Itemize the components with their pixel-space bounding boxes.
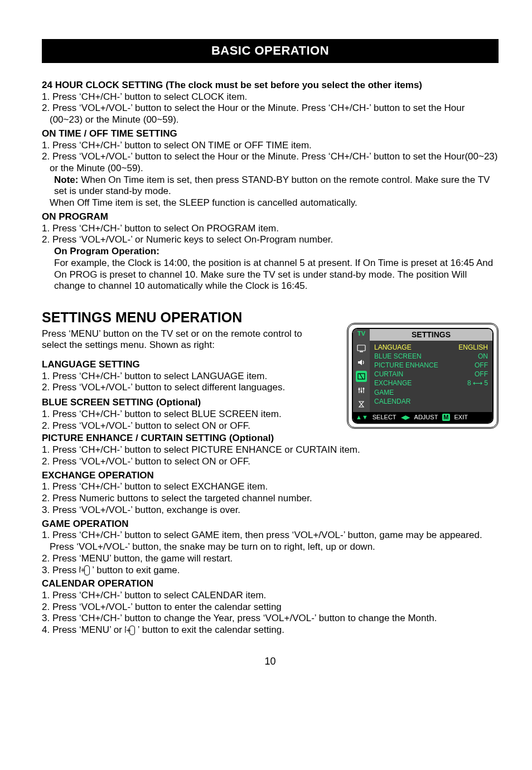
onprog-step1: 1. Press ‘CH+/CH-’ button to select On P… — [42, 223, 499, 235]
cal-step2: 2. Press ‘VOL+/VOL-’ button to enter the… — [42, 602, 499, 613]
ontime-step1: 1. Press ‘CH+/CH-’ button to select ON T… — [42, 140, 499, 152]
leftright-icon: ◀▶ — [401, 414, 410, 421]
pic-step1: 1. Press ‘CH+/CH-’ button to select PICT… — [42, 444, 499, 456]
osd-row-bluescreen: BLUE SCREENON — [374, 352, 488, 361]
pic-heading: PICTURE ENHANCE / CURTAIN SETTING (Optio… — [42, 433, 499, 444]
ontime-note: Note: When On Time item is set, then pre… — [42, 175, 499, 197]
game-step2: 2. Press ‘MENU’ button, the game will re… — [42, 553, 499, 565]
note-label: Note: — [54, 175, 78, 185]
osd-row-curtain: CURTAINOFF — [374, 370, 488, 379]
clock-step2: 2. Press ‘VOL+/VOL-’ button to select th… — [42, 103, 499, 125]
svg-rect-1 — [360, 351, 363, 352]
ontime-note2: When Off Time item is set, the SLEEP fun… — [42, 197, 499, 209]
ontime-step2: 2. Press ‘VOL+/VOL-’ button to select th… — [42, 151, 499, 174]
picture-icon — [356, 343, 367, 354]
osd-foot-select: SELECT — [373, 414, 396, 421]
svg-rect-0 — [357, 345, 365, 351]
osd-tv-label: TV — [353, 329, 370, 341]
osd-row-game: GAME — [374, 388, 488, 397]
onprog-heading: ON PROGRAM — [42, 211, 499, 223]
cal-step3: 3. Press ‘CH+/CH-’ button to change the … — [42, 613, 499, 624]
osd-menu-list: LANGUAGEENGLISH BLUE SCREENON PICTURE EN… — [370, 341, 492, 412]
cal-heading: CALENDAR OPERATION — [42, 578, 499, 590]
svg-point-7 — [361, 390, 362, 392]
onprog-body: For example, the Clock is 14:00, the pos… — [42, 258, 499, 292]
section-title-bar: BASIC OPERATION — [42, 39, 499, 63]
exch-step3: 3. Press ‘VOL+/VOL-’ button, exchange is… — [42, 505, 499, 516]
onprog-step2: 2. Press ‘VOL+/VOL-’ or Numeric keys to … — [42, 234, 499, 246]
ontime-heading: ON TIME / OFF TIME SETTING — [42, 128, 499, 140]
cal-step1: 1. Press ‘CH+/CH-’ button to select CALE… — [42, 590, 499, 602]
onprog-sub-heading: On Program Operation: — [42, 246, 499, 258]
game-step1: 1. Press ‘CH+/CH-’ button to select GAME… — [42, 530, 499, 553]
osd-menu-title: SETTINGS — [370, 329, 492, 341]
settings-intro: Press ‘MENU’ button on the TV set or on … — [42, 328, 309, 351]
settings-icon — [356, 371, 367, 382]
clock-heading: 24 HOUR CLOCK SETTING (The clock must be… — [42, 80, 499, 91]
pic-step2: 2. Press ‘VOL+/VOL-’ button to select ON… — [42, 456, 499, 468]
osd-row-calendar: CALENDAR — [374, 397, 488, 406]
osd-row-language: LANGUAGEENGLISH — [374, 343, 488, 352]
exch-heading: EXCHANGE OPERATION — [42, 470, 499, 482]
game-step3: 3. Press ‘ i+ ’ button to exit game. — [42, 565, 499, 577]
osd-row-exchange: EXCHANGE8 ⟷ 5 — [374, 379, 488, 388]
tuning-icon — [356, 385, 367, 396]
osd-footer: ▲▼ SELECT ◀▶ ADJUST M EXIT — [353, 412, 492, 423]
sound-icon — [356, 357, 367, 368]
osd-foot-exit: EXIT — [454, 414, 468, 421]
exch-step1: 1. Press ‘CH+/CH-’ button to select EXCH… — [42, 481, 499, 493]
osd-foot-m: M — [442, 414, 449, 421]
exch-step2: 2. Press Numeric buttons to select the t… — [42, 493, 499, 505]
timer-icon — [356, 399, 367, 410]
clock-step1: 1. Press ‘CH+/CH-’ button to select CLOC… — [42, 91, 499, 103]
osd-foot-adjust: ADJUST — [414, 414, 438, 421]
updown-icon: ▲▼ — [356, 414, 368, 421]
osd-side-icons — [353, 341, 370, 412]
ontime-note-body: When On Time item is set, then press STA… — [54, 175, 490, 197]
svg-point-6 — [359, 388, 360, 390]
info-plus-icon: i+ — [84, 565, 90, 575]
svg-point-8 — [363, 388, 365, 389]
osd-screenshot: TV SETTINGS — [347, 323, 499, 429]
info-plus-icon: i+ — [129, 626, 135, 635]
page-number: 10 — [42, 656, 499, 668]
osd-row-picture-enhance: PICTURE ENHANCEOFF — [374, 361, 488, 370]
game-heading: GAME OPERATION — [42, 519, 499, 530]
cal-step4: 4. Press ‘MENU’ or ‘ i+ ’ button to exit… — [42, 624, 499, 636]
